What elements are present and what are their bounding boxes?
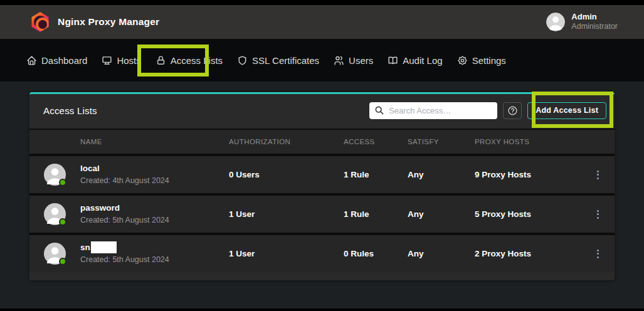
user-role: Administrator (571, 22, 618, 32)
nav-label: Hosts (117, 55, 140, 66)
lock-icon (156, 55, 166, 66)
search-box (369, 102, 497, 119)
user-menu[interactable]: Admin Administrator (546, 5, 618, 39)
column-header-satisfy: SATISFY (408, 138, 475, 145)
panel-header: Access Lists Add Access List (29, 94, 615, 127)
search-icon (374, 105, 384, 115)
redaction-box (91, 241, 117, 253)
gear-icon (457, 55, 468, 66)
app-header: Nginx Proxy Manager Admin Administrator (0, 5, 644, 39)
access-list-created: Created: 5th August 2024 (80, 254, 229, 266)
nav-item-access-lists[interactable]: Access Lists (156, 55, 223, 66)
shield-icon (237, 55, 248, 66)
monitor-icon (102, 55, 112, 66)
access-lists-table: NAME AUTHORIZATION ACCESS SATISFY PROXY … (29, 129, 615, 272)
app-window: Nginx Proxy Manager Admin Administrator … (0, 0, 644, 311)
access-list-created: Created: 5th August 2024 (80, 214, 229, 226)
cell-authorization: 0 Users (229, 170, 344, 179)
table-row[interactable]: sn Created: 5th August 2024 1 User 0 Rul… (29, 233, 615, 272)
cell-satisfy: Any (408, 170, 475, 179)
cell-satisfy: Any (408, 249, 475, 258)
main-nav: Dashboard Hosts Access Lists SSL Certifi… (0, 39, 644, 82)
book-icon (388, 55, 398, 66)
cell-satisfy: Any (408, 209, 475, 219)
add-access-list-button[interactable]: Add Access List (527, 102, 606, 119)
nav-item-dashboard[interactable]: Dashboard (26, 55, 87, 66)
cell-proxy-hosts: 5 Proxy Hosts (475, 209, 581, 219)
row-avatar (44, 243, 66, 265)
column-header-proxy-hosts: PROXY HOSTS (475, 138, 581, 145)
nav-label: Users (349, 55, 373, 66)
main-content: Access Lists Add Access List (0, 82, 644, 308)
nav-item-audit-log[interactable]: Audit Log (388, 55, 442, 66)
column-header-authorization: AUTHORIZATION (229, 138, 344, 145)
home-icon (26, 55, 37, 66)
row-avatar (44, 203, 66, 225)
search-input[interactable] (369, 102, 497, 119)
table-row[interactable]: password Created: 5th August 2024 1 User… (29, 193, 615, 233)
row-actions-kebab-icon[interactable] (593, 167, 603, 183)
help-button[interactable] (503, 102, 522, 119)
column-header-access: ACCESS (344, 138, 408, 145)
row-actions-kebab-icon[interactable] (593, 206, 603, 223)
user-avatar (546, 13, 565, 31)
cell-authorization: 1 User (229, 249, 344, 258)
nav-item-settings[interactable]: Settings (457, 55, 506, 66)
cell-access: 1 Rule (344, 170, 408, 179)
cell-proxy-hosts: 2 Proxy Hosts (475, 249, 581, 258)
help-icon (507, 105, 518, 116)
panel-title: Access Lists (43, 105, 97, 116)
access-lists-panel: Access Lists Add Access List (29, 92, 615, 280)
cell-proxy-hosts: 9 Proxy Hosts (475, 170, 581, 179)
user-name: Admin (571, 12, 618, 22)
access-list-created: Created: 4th August 2024 (80, 175, 229, 187)
access-list-name: local (80, 162, 229, 175)
nav-item-users[interactable]: Users (334, 55, 373, 66)
nav-label: Audit Log (403, 55, 442, 66)
access-list-name: sn (80, 241, 229, 254)
column-header-name: NAME (80, 138, 229, 145)
nav-item-ssl-certificates[interactable]: SSL Certificates (237, 55, 319, 66)
cell-access: 0 Rules (344, 249, 408, 258)
users-icon (334, 55, 344, 66)
npm-logo-icon (31, 12, 50, 32)
cell-access: 1 Rule (344, 209, 408, 219)
nav-label: Settings (472, 55, 506, 66)
status-online-dot (59, 258, 66, 265)
row-avatar (44, 164, 66, 186)
table-row[interactable]: local Created: 4th August 2024 0 Users 1… (29, 154, 615, 193)
cell-authorization: 1 User (229, 209, 344, 219)
status-online-dot (59, 179, 66, 186)
access-list-name: password (80, 202, 229, 214)
nav-label: SSL Certificates (252, 55, 319, 66)
table-header-row: NAME AUTHORIZATION ACCESS SATISFY PROXY … (29, 129, 615, 154)
status-online-dot (59, 218, 66, 226)
nav-item-hosts[interactable]: Hosts (102, 55, 140, 66)
row-actions-kebab-icon[interactable] (593, 246, 603, 262)
app-title: Nginx Proxy Manager (58, 16, 159, 28)
nav-label: Dashboard (41, 55, 87, 66)
nav-label: Access Lists (171, 55, 223, 66)
